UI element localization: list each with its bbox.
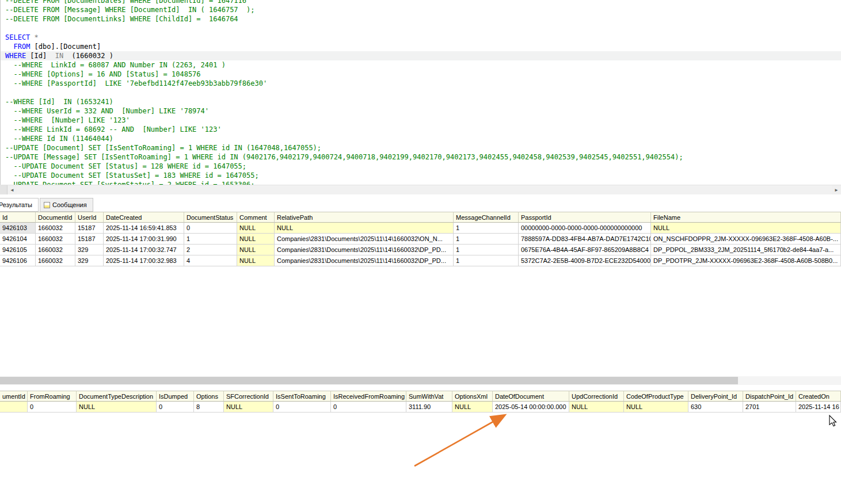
column-header-OptionsXml[interactable]: OptionsXml: [452, 391, 493, 402]
table-cell[interactable]: 0: [184, 223, 237, 234]
sql-editor[interactable]: --DELETE FROM [DocumentDates] WHERE [Doc…: [0, 0, 841, 185]
results-horizontal-scrollbar[interactable]: [0, 376, 841, 385]
table-cell[interactable]: 2025-11-14 17:00:32.747: [104, 245, 184, 255]
column-header-UserId[interactable]: UserId: [75, 212, 104, 223]
table-cell[interactable]: Companies\2831\Documents\2025\11\14\1660…: [275, 234, 454, 245]
table-cell[interactable]: 1: [184, 234, 237, 245]
table-cell[interactable]: NULL: [237, 255, 275, 266]
scroll-right-button[interactable]: ►: [832, 185, 841, 194]
sql-line: --WHERE LinkId = 68692 -- AND [Number] L…: [5, 125, 841, 134]
table-cell[interactable]: 0675E76A-4B4A-45AF-8F97-865209A8B8C4: [519, 245, 651, 255]
table-cell[interactable]: 2025-11-14 17:00:32.983: [104, 255, 184, 266]
table-cell[interactable]: DP_PDPOL_2BM333_2JM_20251114_5f6170b2-de…: [651, 245, 841, 255]
column-header-MessageChannelId[interactable]: MessageChannelId: [454, 212, 519, 223]
table-cell[interactable]: 1: [454, 223, 519, 234]
sql-line: --UPDATE [Message] SET [IsSentToRoaming]…: [5, 152, 841, 162]
table-cell[interactable]: 1: [454, 234, 519, 245]
column-header-IsSentToRoaming[interactable]: IsSentToRoaming: [273, 391, 331, 402]
table-cell[interactable]: 329: [75, 255, 104, 266]
scrollbar-thumb[interactable]: [0, 377, 738, 384]
column-header-SumWithVat[interactable]: SumWithVat: [406, 391, 452, 402]
table-cell[interactable]: 1660032: [36, 223, 75, 234]
column-header-CreatedOn[interactable]: CreatedOn: [796, 391, 841, 402]
tab-results-label: Результаты: [0, 201, 32, 208]
column-header-Comment[interactable]: Comment: [237, 212, 275, 223]
column-header-DispatchPoint_Id[interactable]: DispatchPoint_Id: [743, 391, 796, 402]
table-cell[interactable]: 1: [454, 255, 519, 266]
table-cell[interactable]: 1660032: [36, 245, 75, 255]
column-header-DocumentTypeDescription[interactable]: DocumentTypeDescription: [77, 391, 157, 402]
table-cell[interactable]: NULL: [224, 402, 273, 413]
column-header-CodeOfProductType[interactable]: CodeOfProductType: [624, 391, 688, 402]
table-cell[interactable]: 9426105: [0, 245, 36, 255]
table-cell[interactable]: DP_PDOTPR_2JM-XXXXX-096963E2-368F-4508-A…: [651, 255, 841, 266]
table-cell[interactable]: 2025-11-14 16:59:41.853: [104, 223, 184, 234]
table-cell[interactable]: Companies\2831\Documents\2025\11\14\1660…: [275, 245, 454, 255]
table-cell[interactable]: NULL: [275, 223, 454, 234]
table-cell[interactable]: NULL: [452, 402, 493, 413]
table-cell[interactable]: 15187: [75, 223, 104, 234]
table-cell[interactable]: ON_NSCHFDOPPR_2JM-XXXXX-096963E2-368F-45…: [651, 234, 841, 245]
column-header-Options[interactable]: Options: [194, 391, 224, 402]
table-cell[interactable]: 1660032: [36, 255, 75, 266]
table-cell[interactable]: 5372C7A2-2E5B-4009-B7D2-ECE232D54000: [519, 255, 651, 266]
table-cell[interactable]: 00000000-0000-0000-0000-000000000000: [519, 223, 651, 234]
column-header-DateCreated[interactable]: DateCreated: [104, 212, 184, 223]
table-cell[interactable]: NULL: [77, 402, 157, 413]
column-header-DateOfDocument[interactable]: DateOfDocument: [493, 391, 569, 402]
table-cell[interactable]: 2701: [743, 402, 796, 413]
column-header-DeliveryPoint_Id[interactable]: DeliveryPoint_Id: [688, 391, 743, 402]
table-cell[interactable]: NULL: [237, 223, 275, 234]
table-cell[interactable]: 630: [688, 402, 743, 413]
table-cell[interactable]: NULL: [624, 402, 688, 413]
column-header-IsReceivedFromRoaming[interactable]: IsReceivedFromRoaming: [331, 391, 406, 402]
table-cell[interactable]: Companies\2831\Documents\2025\11\14\1660…: [275, 255, 454, 266]
table-cell[interactable]: 4: [184, 255, 237, 266]
table-cell[interactable]: 8: [194, 402, 224, 413]
table-cell[interactable]: 2025-05-14 00:00:00.000: [493, 402, 569, 413]
scrollbar-splitter[interactable]: [0, 185, 7, 194]
table-cell[interactable]: 0: [273, 402, 331, 413]
table-cell[interactable]: 7888597A-DD83-4FB4-AB7A-DAD7E1742C10: [519, 234, 651, 245]
table-cell[interactable]: NULL: [237, 234, 275, 245]
sql-line: [5, 24, 841, 33]
column-header-FromRoaming[interactable]: FromRoaming: [28, 391, 77, 402]
table-cell[interactable]: 9426103: [0, 223, 36, 234]
table-cell[interactable]: 2025-11-14 17:00:31.990: [104, 234, 184, 245]
results-grid-top: IdDocumentIdUserIdDateCreatedDocumentSta…: [0, 212, 841, 266]
column-header-PassportId[interactable]: PassportId: [519, 212, 651, 223]
table-cell[interactable]: 1660032: [36, 234, 75, 245]
table-cell[interactable]: NULL: [237, 245, 275, 255]
table-cell[interactable]: 329: [75, 245, 104, 255]
scroll-left-button[interactable]: ◄: [7, 185, 17, 194]
table-cell[interactable]: 1: [454, 245, 519, 255]
table-cell[interactable]: 0: [157, 402, 194, 413]
column-header-IsDumped[interactable]: IsDumped: [157, 391, 194, 402]
table-cell[interactable]: NULL: [569, 402, 624, 413]
column-header-Id[interactable]: Id: [0, 212, 36, 223]
table-row: 94261031660032151872025-11-14 16:59:41.8…: [0, 223, 841, 234]
table-cell[interactable]: 0: [28, 402, 77, 413]
tab-messages[interactable]: Сообщения: [40, 198, 93, 212]
table-cell[interactable]: 9426106: [0, 255, 36, 266]
table-cell[interactable]: 2: [184, 245, 237, 255]
column-header-DocumentStatus[interactable]: DocumentStatus: [184, 212, 237, 223]
table-cell[interactable]: 3111.90: [406, 402, 452, 413]
editor-scrollbar-track[interactable]: [17, 185, 832, 194]
column-header-FileName[interactable]: FileName: [651, 212, 841, 223]
sql-line: WHERE [Id] IN (1660032 ): [1, 51, 841, 60]
column-header-UpdCorrectionId[interactable]: UpdCorrectionId: [569, 391, 624, 402]
column-header-umentId[interactable]: umentId: [0, 391, 28, 402]
table-cell[interactable]: 15187: [75, 234, 104, 245]
table-cell[interactable]: 2025-11-14 16: [796, 402, 841, 413]
sql-line: --WHERE [PassportId] LIKE '7ebefbd1142f4…: [5, 79, 841, 88]
column-header-SFCorrectionId[interactable]: SFCorrectionId: [224, 391, 273, 402]
column-header-DocumentId[interactable]: DocumentId: [36, 212, 75, 223]
table-cell[interactable]: [0, 402, 28, 413]
tab-results[interactable]: Результаты: [0, 198, 39, 212]
table-cell[interactable]: 0: [331, 402, 406, 413]
table-cell[interactable]: NULL: [651, 223, 841, 234]
column-header-RelativePath[interactable]: RelativePath: [275, 212, 454, 223]
editor-horizontal-scrollbar[interactable]: ◄ ►: [0, 185, 841, 194]
table-cell[interactable]: 9426104: [0, 234, 36, 245]
